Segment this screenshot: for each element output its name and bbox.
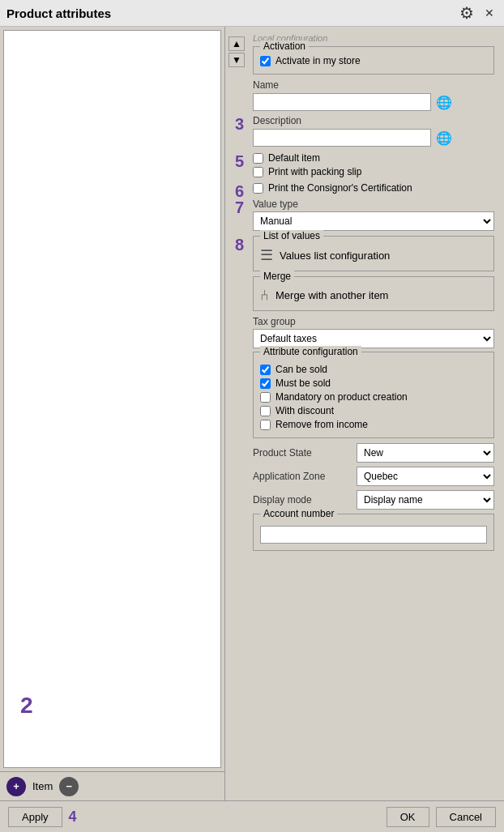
display-mode-value: Display name Display code <box>357 490 494 510</box>
list-of-values-section: 8 List of values ☰ Values list configura… <box>253 236 494 271</box>
account-number-box: Account number <box>253 514 494 551</box>
activate-checkbox[interactable] <box>260 56 271 66</box>
can-be-sold-label: Can be sold <box>275 364 327 375</box>
remove-from-income-label: Remove from income <box>275 419 368 430</box>
must-be-sold-checkbox[interactable] <box>260 378 271 389</box>
values-list-row: ☰ Values list configuration <box>260 246 487 264</box>
checkboxes-section: 5 Default item Print with packing slip <box>253 152 494 177</box>
tax-group-row: Tax group Default taxes <box>253 316 494 348</box>
print-consignor-checkbox[interactable] <box>253 183 263 194</box>
description-section: 3 Description 🌐 <box>253 115 494 147</box>
with-discount-label: With discount <box>275 405 334 416</box>
account-number-input[interactable] <box>260 526 487 544</box>
attr-config-box: Attribute configuration Can be sold Must… <box>253 352 494 438</box>
bottom-bar: Apply 4 OK Cancel <box>0 800 504 832</box>
must-be-sold-row: Must be sold <box>260 378 487 389</box>
values-list-config-link[interactable]: Values list configuration <box>280 250 390 262</box>
description-field-row: Description 🌐 <box>253 115 494 147</box>
window-title: Product attributes <box>6 6 111 20</box>
number-4-badge: 4 <box>69 809 77 826</box>
merge-row: ⑃ Merge with another item <box>260 287 487 304</box>
display-mode-select[interactable]: Display name Display code <box>357 490 494 510</box>
minus-icon: − <box>66 780 73 792</box>
remove-from-income-checkbox[interactable] <box>260 420 271 430</box>
merge-box: Merge ⑃ Merge with another item <box>253 276 494 311</box>
description-label: Description <box>253 115 494 126</box>
mandatory-checkbox[interactable] <box>260 392 271 403</box>
title-bar: Product attributes ⚙ ✕ <box>0 0 504 27</box>
print-packing-label: Print with packing slip <box>268 166 361 177</box>
remove-from-income-row: Remove from income <box>260 419 487 430</box>
activation-box: Activation Activate in my store <box>253 46 494 75</box>
name-globe-button[interactable]: 🌐 <box>434 92 454 112</box>
number-8-badge: 8 <box>235 236 244 254</box>
print-packing-row: Print with packing slip <box>253 166 494 177</box>
merge-icon: ⑃ <box>260 287 269 304</box>
print-consignor-section: 6 Print the Consignor's Certification <box>253 182 494 194</box>
number-5-badge: 5 <box>235 152 244 171</box>
list-icon: ☰ <box>260 246 273 264</box>
with-discount-checkbox[interactable] <box>260 406 271 416</box>
plus-icon: + <box>13 780 19 792</box>
application-zone-select[interactable]: Quebec Ontario <box>357 467 494 486</box>
badge-2: 2 <box>20 693 33 719</box>
arrow-up-button[interactable]: ▲ <box>229 36 245 51</box>
left-panel: 2 + Item − <box>0 27 225 800</box>
main-container: 2 + Item − ▲ ▼ Local configuration Activ… <box>0 27 504 800</box>
mandatory-label: Mandatory on product creation <box>275 391 408 403</box>
description-globe-button[interactable]: 🌐 <box>434 128 454 147</box>
close-button[interactable]: ✕ <box>481 5 498 21</box>
can-be-sold-checkbox[interactable] <box>260 365 271 375</box>
display-mode-row: Display mode Display name Display code <box>253 490 494 510</box>
print-packing-checkbox[interactable] <box>253 167 263 177</box>
merge-link[interactable]: Merge with another item <box>275 289 388 301</box>
default-item-label: Default item <box>268 152 320 164</box>
product-state-value: New Used Refurbished <box>357 443 494 463</box>
name-field-row: Name 🌐 <box>253 79 494 112</box>
cancel-button[interactable]: Cancel <box>436 807 496 827</box>
ok-button[interactable]: OK <box>387 807 429 827</box>
display-mode-label: Display mode <box>253 494 350 506</box>
activate-row: Activate in my store <box>260 55 487 66</box>
number-7-badge: 7 <box>235 198 244 217</box>
apply-button[interactable]: Apply <box>8 807 62 827</box>
account-number-title: Account number <box>260 508 337 519</box>
name-input[interactable] <box>253 93 431 111</box>
arrow-controls: ▲ ▼ <box>225 33 248 70</box>
attr-config-title: Attribute configuration <box>260 346 361 357</box>
application-zone-row: Application Zone Quebec Ontario <box>253 467 494 486</box>
value-type-section: 7 Value type Manual Automatic <box>253 198 494 231</box>
print-consignor-label: Print the Consignor's Certification <box>268 182 412 194</box>
default-item-checkbox[interactable] <box>253 153 263 164</box>
description-input[interactable] <box>253 129 431 147</box>
bottom-left: Apply 4 <box>8 807 77 827</box>
product-state-select[interactable]: New Used Refurbished <box>357 443 494 463</box>
product-state-label: Product State <box>253 447 350 459</box>
tax-group-label: Tax group <box>253 316 494 327</box>
right-panel[interactable]: ▲ ▼ Local configuration Activation Activ… <box>225 27 504 800</box>
left-panel-toolbar: + Item − <box>0 771 224 800</box>
gear-button[interactable]: ⚙ <box>459 5 475 21</box>
merge-title: Merge <box>260 271 294 282</box>
activation-title: Activation <box>260 41 309 52</box>
print-consignor-row: Print the Consignor's Certification <box>253 182 494 194</box>
bottom-right: OK Cancel <box>387 807 496 827</box>
list-of-values-title: List of values <box>260 230 323 241</box>
arrow-down-button[interactable]: ▼ <box>229 53 245 67</box>
add-item-button[interactable]: + <box>6 777 26 796</box>
default-item-row: Default item <box>253 152 494 164</box>
list-of-values-box: List of values ☰ Values list configurati… <box>253 236 494 271</box>
with-discount-row: With discount <box>260 405 487 416</box>
can-be-sold-row: Can be sold <box>260 364 487 375</box>
must-be-sold-label: Must be sold <box>275 378 331 389</box>
remove-item-button[interactable]: − <box>59 777 79 796</box>
application-zone-value: Quebec Ontario <box>357 467 494 486</box>
left-panel-content: 2 <box>3 30 221 768</box>
number-3-badge: 3 <box>235 115 244 134</box>
mandatory-row: Mandatory on product creation <box>260 391 487 403</box>
activate-label: Activate in my store <box>275 55 361 66</box>
item-label: Item <box>32 780 53 792</box>
name-label: Name <box>253 79 494 91</box>
value-type-select[interactable]: Manual Automatic <box>253 211 494 231</box>
right-content: Local configuration Activation Activate … <box>248 30 499 559</box>
